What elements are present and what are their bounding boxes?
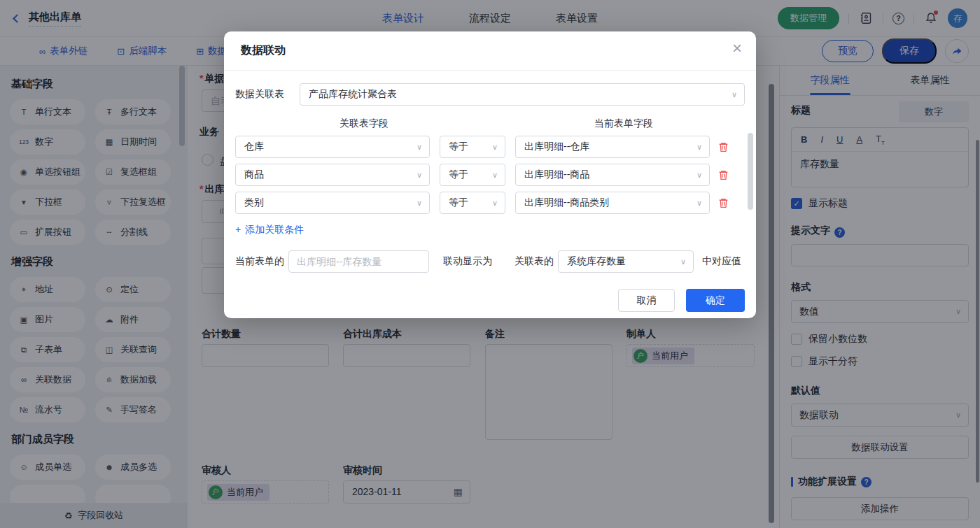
modal-scrollbar[interactable] [748, 133, 753, 210]
linked-field-select[interactable]: 类别∨ [235, 192, 430, 214]
mapping-source-input[interactable] [288, 250, 429, 273]
chevron-down-icon: ∨ [696, 171, 702, 180]
chevron-down-icon: ∨ [492, 143, 498, 152]
data-linkage-modal: 数据联动 × 数据关联表 产品库存统计聚合表 ∨ 关联表字段 当前表单字段 仓库… [224, 31, 756, 318]
linked-field-select[interactable]: 商品∨ [235, 164, 430, 186]
mapping-suffix-label: 中对应值 [702, 255, 741, 268]
operator-select[interactable]: 等于∨ [440, 164, 505, 186]
chevron-down-icon: ∨ [696, 199, 702, 208]
linked-table-select[interactable]: 产品库存统计聚合表 ∨ [300, 83, 745, 106]
form-field-select[interactable]: 出库明细--仓库∨ [515, 136, 710, 158]
operator-select[interactable]: 等于∨ [440, 136, 505, 158]
form-field-value: 出库明细--商品类别 [524, 197, 609, 209]
column-header-form-fields: 当前表单字段 [526, 117, 721, 130]
trash-icon [718, 141, 729, 153]
chevron-down-icon: ∨ [492, 199, 498, 208]
form-field-select[interactable]: 出库明细--商品类别∨ [515, 192, 710, 214]
close-icon[interactable]: × [732, 40, 742, 57]
linked-field-value: 商品 [244, 169, 264, 181]
operator-value: 等于 [449, 169, 468, 181]
modal-title: 数据联动 [241, 43, 286, 58]
condition-row: 仓库∨ 等于∨ 出库明细--仓库∨ [235, 136, 745, 158]
chevron-down-icon: ∨ [492, 171, 498, 180]
mapping-prefix-label: 当前表单的 [235, 255, 284, 268]
condition-row: 类别∨ 等于∨ 出库明细--商品类别∨ [235, 192, 745, 214]
linked-table-label: 数据关联表 [235, 88, 300, 101]
column-header-linked-fields: 关联表字段 [235, 117, 493, 130]
delete-row-button[interactable] [718, 169, 729, 181]
delete-row-button[interactable] [718, 197, 729, 209]
trash-icon [718, 169, 729, 181]
chevron-down-icon: ∨ [416, 143, 422, 152]
mapping-target-value: 系统库存数量 [567, 255, 626, 268]
linked-field-value: 类别 [244, 197, 264, 209]
delete-row-button[interactable] [718, 141, 729, 153]
form-field-select[interactable]: 出库明细--商品∨ [515, 164, 710, 186]
form-field-value: 出库明细--商品 [524, 169, 589, 181]
plus-icon: + [235, 224, 241, 236]
linked-table-value: 产品库存统计聚合表 [309, 88, 397, 101]
mapping-row: 当前表单的 联动显示为 关联表的 系统库存数量 ∨ 中对应值 [235, 250, 745, 273]
linked-field-value: 仓库 [244, 141, 264, 153]
chevron-down-icon: ∨ [680, 257, 686, 266]
linked-field-select[interactable]: 仓库∨ [235, 136, 430, 158]
chevron-down-icon: ∨ [416, 199, 422, 208]
cancel-button[interactable]: 取消 [618, 289, 675, 312]
operator-value: 等于 [449, 197, 468, 209]
chevron-down-icon: ∨ [416, 171, 422, 180]
form-field-value: 出库明细--仓库 [524, 141, 589, 153]
confirm-button[interactable]: 确定 [686, 289, 745, 312]
chevron-down-icon: ∨ [696, 143, 702, 152]
operator-value: 等于 [449, 141, 468, 153]
mapping-target-select[interactable]: 系统库存数量 ∨ [558, 250, 694, 273]
mapping-middle-label: 联动显示为 [443, 255, 492, 268]
add-condition-label: 添加关联条件 [245, 224, 304, 236]
add-condition-button[interactable]: + 添加关联条件 [235, 224, 304, 236]
mapping-of-table-label: 关联表的 [514, 255, 554, 268]
operator-select[interactable]: 等于∨ [440, 192, 505, 214]
chevron-down-icon: ∨ [732, 90, 737, 99]
trash-icon [718, 197, 729, 209]
condition-row: 商品∨ 等于∨ 出库明细--商品∨ [235, 164, 745, 186]
